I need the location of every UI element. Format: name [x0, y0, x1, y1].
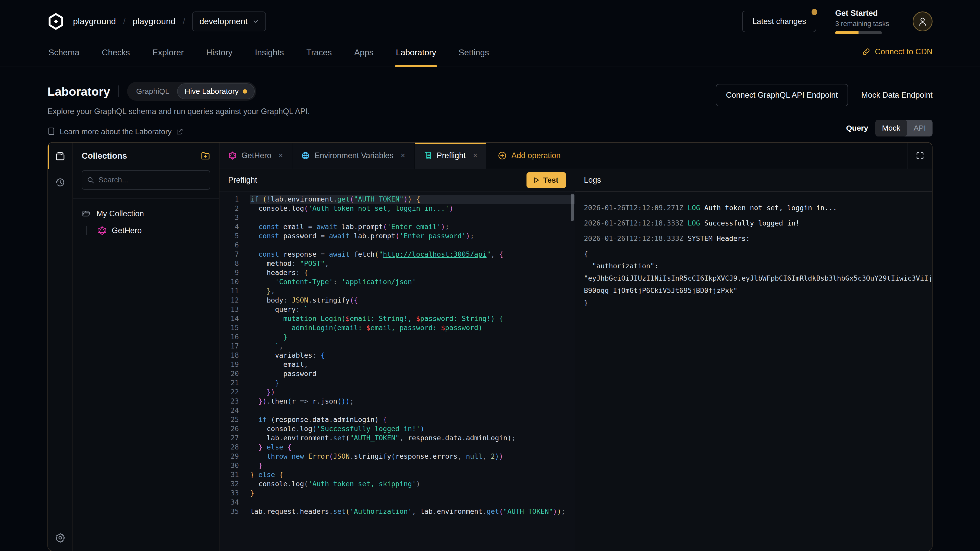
latest-changes-button[interactable]: Latest changes — [742, 11, 816, 32]
close-icon[interactable]: × — [278, 151, 283, 160]
breadcrumb-project[interactable]: playground — [133, 16, 176, 26]
code-line-6[interactable]: 6 — [220, 241, 575, 250]
collection-folder-row[interactable]: My Collection — [82, 209, 210, 218]
nav-tab-laboratory[interactable]: Laboratory — [395, 42, 437, 67]
main-nav: SchemaChecksExplorerHistoryInsightsTrace… — [0, 41, 980, 67]
mode-option-hive-laboratory[interactable]: Hive Laboratory — [177, 83, 255, 99]
code-line-14[interactable]: 14 mutation Login($email: String!, $pass… — [220, 314, 575, 323]
hive-logo-icon[interactable] — [48, 13, 64, 30]
code-line-32[interactable]: 32 console.log('Auth token set, skipping… — [220, 479, 575, 489]
search-icon — [87, 176, 94, 184]
mock-data-endpoint-button[interactable]: Mock Data Endpoint — [861, 91, 932, 100]
globe-icon — [301, 151, 310, 160]
page-head-right: Connect GraphQL API Endpoint Mock Data E… — [716, 84, 932, 137]
nav-tab-checks[interactable]: Checks — [101, 42, 131, 67]
code-line-31[interactable]: 31} else { — [220, 470, 575, 479]
collections-search-input[interactable] — [82, 170, 210, 190]
nav-tab-explorer[interactable]: Explorer — [151, 42, 185, 67]
code-line-21[interactable]: 21 } — [220, 378, 575, 387]
collections-tree: My Collection GetHero — [73, 199, 219, 245]
endpoint-option-api[interactable]: API — [907, 120, 932, 137]
code-line-35[interactable]: 35lab.request.headers.set('Authorization… — [220, 507, 575, 516]
learn-more-link[interactable]: Learn more about the Laboratory — [48, 127, 310, 136]
code-line-27[interactable]: 27 lab.environment.set("AUTH_TOKEN", res… — [220, 433, 575, 443]
user-avatar[interactable] — [913, 11, 932, 32]
breadcrumb-org[interactable]: playground — [73, 16, 116, 26]
log-entry: 2026-01-26T12:12:18.333Z LOG Successfull… — [584, 217, 932, 229]
code-line-7[interactable]: 7 const response = await fetch("http://l… — [220, 250, 575, 259]
code-line-9[interactable]: 9 headers: { — [220, 268, 575, 277]
code-line-19[interactable]: 19 email, — [220, 360, 575, 369]
editor-tab-environment-variables[interactable]: Environment Variables× — [293, 143, 414, 168]
tab-label: Environment Variables — [314, 151, 393, 160]
new-folder-icon[interactable] — [200, 151, 210, 161]
code-line-30[interactable]: 30 } — [220, 461, 575, 470]
query-toggle-label: Query — [846, 124, 868, 132]
code-line-17[interactable]: 17 `, — [220, 341, 575, 351]
mode-option-graphiql[interactable]: GraphiQL — [129, 83, 177, 99]
connect-graphql-endpoint-button[interactable]: Connect GraphQL API Endpoint — [716, 84, 848, 106]
get-started-widget[interactable]: Get Started 3 remaining tasks — [835, 9, 889, 34]
log-json-line: } — [584, 297, 932, 309]
line-content — [250, 241, 575, 250]
nav-tab-settings[interactable]: Settings — [458, 42, 490, 67]
get-started-progress-fill — [835, 32, 859, 34]
code-line-15[interactable]: 15 adminLogin(email: $email, password: $… — [220, 323, 575, 332]
line-number: 21 — [220, 378, 239, 387]
test-button[interactable]: Test — [527, 172, 566, 188]
active-mode-dot — [243, 89, 247, 94]
editor-tab-preflight[interactable]: Preflight× — [415, 143, 486, 168]
code-line-16[interactable]: 16 } — [220, 332, 575, 341]
target-selector[interactable]: development — [192, 11, 266, 32]
rail-history-button[interactable] — [48, 169, 73, 196]
code-line-12[interactable]: 12 body: JSON.stringify({ — [220, 295, 575, 305]
code-line-26[interactable]: 26 console.log('Successfully logged in!'… — [220, 424, 575, 433]
nav-tab-history[interactable]: History — [205, 42, 234, 67]
code-line-4[interactable]: 4 const email = await lab.prompt('Enter … — [220, 222, 575, 231]
operation-row-gethero[interactable]: GetHero — [97, 226, 210, 235]
line-number: 32 — [220, 479, 239, 489]
editor-scrollbar[interactable] — [571, 194, 574, 221]
code-line-1[interactable]: 1if (!lab.environment.get("AUTH_TOKEN"))… — [220, 195, 575, 204]
close-icon[interactable]: × — [473, 151, 477, 160]
code-line-22[interactable]: 22 }) — [220, 387, 575, 397]
line-number: 5 — [220, 231, 239, 241]
line-number: 22 — [220, 387, 239, 397]
line-content: query: ` — [250, 305, 575, 314]
add-operation-button[interactable]: Add operation — [487, 143, 571, 168]
code-line-10[interactable]: 10 'Content-Type': 'application/json' — [220, 277, 575, 286]
connect-to-cdn-label: Connect to CDN — [875, 47, 932, 56]
code-line-11[interactable]: 11 }, — [220, 286, 575, 295]
code-line-5[interactable]: 5 const password = await lab.prompt('Ent… — [220, 231, 575, 241]
code-line-28[interactable]: 28 } else { — [220, 443, 575, 452]
connect-to-cdn-link[interactable]: Connect to CDN — [862, 47, 932, 56]
rail-settings-button[interactable] — [55, 532, 65, 543]
nav-tab-schema[interactable]: Schema — [48, 42, 80, 67]
code-line-23[interactable]: 23 }).then(r => r.json()); — [220, 397, 575, 406]
close-icon[interactable]: × — [401, 151, 405, 160]
code-line-25[interactable]: 25 if (response.data.adminLogin) { — [220, 415, 575, 424]
nav-tab-apps[interactable]: Apps — [353, 42, 374, 67]
editor-tab-gethero[interactable]: GetHero× — [220, 143, 292, 168]
code-line-29[interactable]: 29 throw new Error(JSON.stringify(respon… — [220, 452, 575, 461]
nav-tab-traces[interactable]: Traces — [305, 42, 333, 67]
code-line-2[interactable]: 2 console.log('Auth token not set, loggi… — [220, 204, 575, 213]
code-editor[interactable]: 1if (!lab.environment.get("AUTH_TOKEN"))… — [220, 192, 575, 551]
endpoint-option-mock[interactable]: Mock — [875, 120, 907, 137]
code-line-18[interactable]: 18 variables: { — [220, 351, 575, 360]
code-line-33[interactable]: 33} — [220, 489, 575, 498]
gear-icon — [55, 532, 65, 543]
code-line-24[interactable]: 24 — [220, 406, 575, 415]
code-line-8[interactable]: 8 method: "POST", — [220, 259, 575, 268]
code-line-20[interactable]: 20 password — [220, 369, 575, 378]
code-line-13[interactable]: 13 query: ` — [220, 305, 575, 314]
fullscreen-button[interactable] — [907, 143, 932, 168]
line-content — [250, 498, 575, 507]
rail-collections-button[interactable] — [48, 143, 73, 169]
code-line-3[interactable]: 3 — [220, 213, 575, 222]
collections-title: Collections — [82, 151, 127, 161]
history-icon — [55, 177, 65, 188]
line-number: 10 — [220, 277, 239, 286]
code-line-34[interactable]: 34 — [220, 498, 575, 507]
nav-tab-insights[interactable]: Insights — [254, 42, 285, 67]
